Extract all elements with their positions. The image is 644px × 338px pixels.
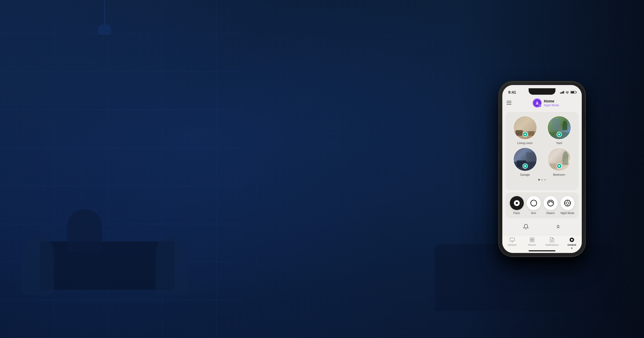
tab-devices[interactable]: Devices	[502, 237, 522, 249]
svg-rect-14	[510, 238, 515, 241]
tab-rooms[interactable]: Rooms	[522, 237, 542, 249]
notifications-tab-label: Notifications	[545, 244, 558, 246]
devices-tab-icon	[509, 237, 515, 243]
svg-rect-0	[507, 101, 511, 101]
tab-notifications[interactable]: Notifications	[542, 237, 562, 249]
night-mode-button[interactable]	[561, 196, 575, 210]
room-status-yard	[557, 132, 562, 137]
chair-back	[67, 209, 102, 252]
devices-tab-label: Devices	[508, 244, 517, 246]
room-status-living	[522, 132, 528, 137]
dot-3	[544, 179, 546, 181]
svg-rect-17	[530, 238, 532, 240]
avatar[interactable]	[533, 98, 542, 108]
svg-point-6	[530, 200, 536, 206]
app-header: Home Night Mode	[502, 97, 582, 110]
control-tab-label: Control	[568, 244, 576, 246]
rooms-grid: Living room	[509, 116, 575, 176]
room-item-garage[interactable]: Garage	[509, 147, 541, 176]
power-button	[585, 114, 586, 130]
phone-shell: 9:41	[499, 82, 585, 256]
notifications-tab-icon	[549, 237, 555, 243]
phone-wrapper: 9:41	[499, 82, 585, 256]
svg-point-5	[515, 202, 518, 204]
tab-active-indicator	[571, 248, 572, 249]
mute-button	[498, 109, 499, 117]
disarm-button[interactable]	[544, 196, 558, 210]
home-name-text: Home	[544, 99, 559, 104]
control-arm[interactable]: Arm	[527, 196, 541, 215]
wifi-icon	[565, 91, 569, 94]
room-thumb-living	[513, 116, 537, 140]
svg-point-7	[547, 200, 553, 206]
room-thumb-yard	[547, 116, 571, 140]
room-label-yard: Yard	[556, 141, 562, 145]
svg-point-9	[566, 202, 569, 204]
page-dots	[509, 179, 575, 181]
phone-screen: 9:41	[502, 85, 582, 253]
night-mode-label: Night Mode	[561, 212, 574, 215]
svg-point-3	[536, 102, 538, 103]
volume-up-button	[498, 122, 499, 135]
home-info: Home Night Mode	[544, 99, 559, 107]
rooms-tab-icon	[529, 237, 535, 243]
svg-rect-20	[532, 240, 534, 242]
status-icons	[560, 91, 576, 94]
notch	[529, 88, 555, 95]
control-tab-icon	[569, 237, 575, 243]
battery-icon	[570, 91, 576, 94]
room-status-bedroom	[557, 163, 562, 169]
control-disarm[interactable]: Disarm	[544, 196, 558, 215]
chair-left	[21, 236, 54, 295]
room-label-bedroom: Bedroom	[553, 173, 565, 176]
svg-rect-18	[532, 238, 534, 240]
arm-button[interactable]	[527, 196, 541, 210]
signal-icon	[560, 91, 564, 94]
tab-control[interactable]: Control	[562, 237, 582, 249]
dot-1	[538, 179, 540, 181]
home-mode-text: Night Mode	[544, 104, 559, 107]
room-item-living[interactable]: Living room	[509, 116, 541, 145]
avatar-badge	[539, 105, 541, 107]
bottom-widgets	[506, 221, 579, 233]
arm-label: Arm	[531, 212, 536, 215]
svg-point-24	[571, 239, 573, 241]
room-status-garage	[522, 163, 528, 169]
bell-widget[interactable]	[521, 222, 530, 231]
menu-icon[interactable]	[507, 101, 511, 105]
home-indicator	[529, 250, 555, 251]
room-thumb-garage	[513, 147, 537, 171]
svg-rect-2	[507, 104, 511, 105]
status-time: 9:41	[508, 90, 516, 94]
up-arrow-widget[interactable]	[554, 222, 563, 231]
room-label-living: Living room	[517, 141, 533, 145]
dining-table	[40, 241, 174, 290]
chair-right	[156, 236, 188, 295]
room-label-garage: Garage	[520, 173, 530, 176]
lamp-pendant	[97, 0, 113, 35]
room-thumb-bedroom	[547, 147, 571, 171]
svg-rect-1	[507, 102, 511, 103]
rooms-card: Living room	[506, 112, 579, 190]
panic-label: Panic	[513, 212, 520, 215]
disarm-label: Disarm	[546, 212, 555, 215]
volume-down-button	[498, 139, 499, 153]
svg-rect-19	[530, 240, 532, 242]
room-item-yard[interactable]: Yard	[543, 116, 575, 145]
controls-card: Panic Arm	[506, 192, 579, 218]
panic-button[interactable]	[510, 196, 524, 210]
header-center: Home Night Mode	[514, 98, 577, 108]
control-night-mode[interactable]: Night Mode	[561, 196, 575, 215]
main-content: Living room	[502, 110, 582, 235]
dot-2	[541, 179, 543, 181]
control-panic[interactable]: Panic	[510, 196, 524, 215]
room-item-bedroom[interactable]: Bedroom	[543, 147, 575, 176]
controls-row: Panic Arm	[508, 196, 576, 215]
rooms-tab-label: Rooms	[528, 244, 536, 246]
